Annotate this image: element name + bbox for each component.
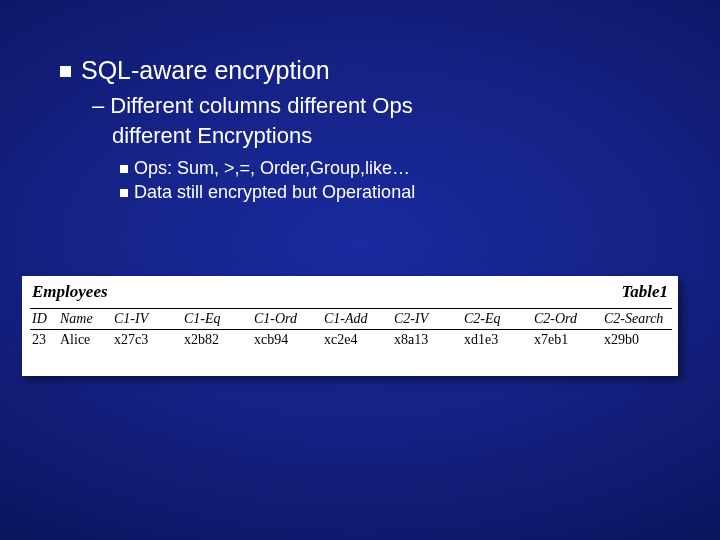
td-c1iv: x27c3 (112, 330, 182, 351)
table-figure: Employees Table1 ID Name C1-IV C1-Eq C1-… (22, 276, 678, 376)
square-bullet-icon (120, 189, 128, 197)
td-gap (104, 330, 112, 351)
th-c1add: C1-Add (322, 309, 392, 330)
table-row: 23 Alice x27c3 x2b82 xcb94 xc2e4 x8a13 x… (30, 330, 672, 351)
square-bullet-icon (120, 165, 128, 173)
th-c2eq: C2-Eq (462, 309, 532, 330)
td-c2search: x29b0 (602, 330, 672, 351)
bullet-level3-a: Ops: Sum, >,=, Order,Group,like… (120, 157, 660, 180)
bullet-level2-line1: –Different columns different Ops (92, 92, 660, 120)
td-c2iv: x8a13 (392, 330, 462, 351)
bullet-level1: SQL-aware encryption (60, 55, 660, 86)
td-c2eq: xd1e3 (462, 330, 532, 351)
sub2a-text: Ops: Sum, >,=, Order,Group,like… (134, 158, 410, 178)
table-header-row: ID Name C1-IV C1-Eq C1-Ord C1-Add C2-IV … (30, 309, 672, 330)
table-titles-row: Employees Table1 (30, 282, 670, 308)
th-gap (104, 309, 112, 330)
td-c1ord: xcb94 (252, 330, 322, 351)
sub2b-text: Data still encrypted but Operational (134, 182, 415, 202)
bullet-level3-b: Data still encrypted but Operational (120, 181, 660, 204)
sub1-text-line1: Different columns different Ops (110, 93, 412, 118)
main-heading: SQL-aware encryption (81, 56, 330, 84)
square-bullet-icon (60, 66, 71, 77)
th-c1ord: C1-Ord (252, 309, 322, 330)
th-c2ord: C2-Ord (532, 309, 602, 330)
sub1-text-line2: different Encryptions (112, 123, 312, 148)
td-c1eq: x2b82 (182, 330, 252, 351)
th-c1iv: C1-IV (112, 309, 182, 330)
table-left-title: Employees (32, 282, 108, 302)
td-id: 23 (30, 330, 58, 351)
td-c2ord: x7eb1 (532, 330, 602, 351)
th-id: ID (30, 309, 58, 330)
td-c1add: xc2e4 (322, 330, 392, 351)
slide-content: SQL-aware encryption –Different columns … (60, 55, 660, 204)
th-c2search: C2-Search (602, 309, 672, 330)
th-c2iv: C2-IV (392, 309, 462, 330)
td-name: Alice (58, 330, 104, 351)
table-right-title: Table1 (621, 282, 668, 302)
th-name: Name (58, 309, 104, 330)
dash-bullet-icon: – (92, 93, 104, 118)
th-c1eq: C1-Eq (182, 309, 252, 330)
bullet-level2-line2: different Encryptions (112, 122, 660, 150)
data-table: ID Name C1-IV C1-Eq C1-Ord C1-Add C2-IV … (30, 308, 672, 350)
